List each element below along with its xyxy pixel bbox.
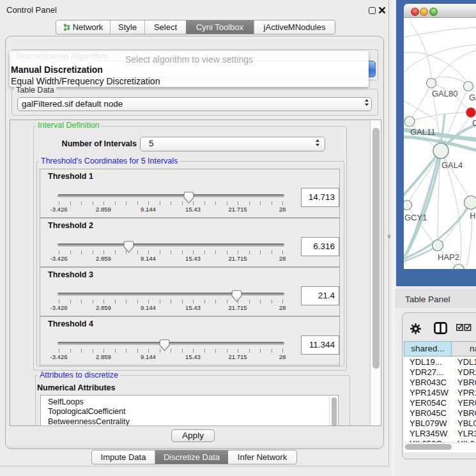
svg-text:GCY1: GCY1 bbox=[404, 213, 427, 222]
svg-text:GA: GA bbox=[469, 93, 476, 102]
svg-text:GAL80: GAL80 bbox=[432, 89, 457, 98]
svg-text:HA: HA bbox=[470, 211, 476, 220]
svg-text:GAL4: GAL4 bbox=[441, 160, 463, 170]
svg-text:HAP2: HAP2 bbox=[438, 252, 459, 262]
svg-text:GAL11: GAL11 bbox=[410, 127, 436, 137]
svg-text:CR: CR bbox=[472, 118, 476, 128]
